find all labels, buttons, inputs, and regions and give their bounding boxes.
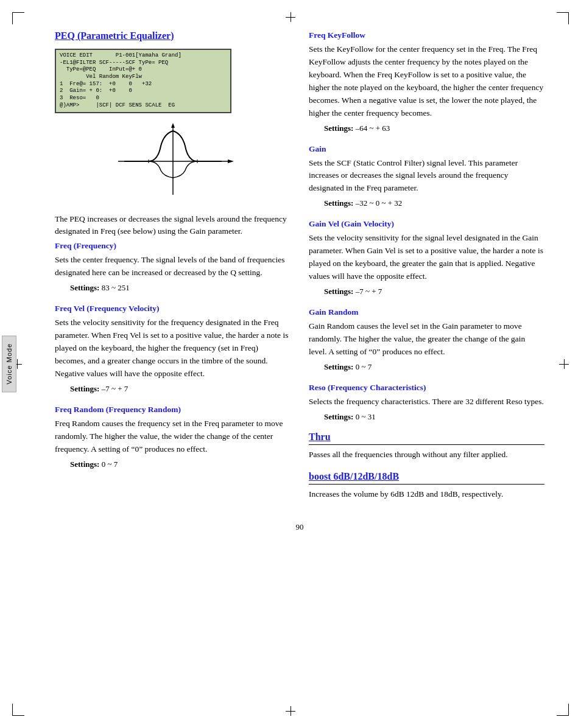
freq-keyfollow-heading: Freq KeyFollow <box>309 30 544 40</box>
gain-random-settings-value: 0 ~ 7 <box>356 362 372 371</box>
gain-vel-settings: Settings: –7 ~ + 7 <box>324 287 544 296</box>
left-column: PEQ (Parametric Equalizer) VOICE EDIT P1… <box>55 30 290 504</box>
freq-keyfollow-settings: Settings: –64 ~ + 63 <box>324 124 544 133</box>
corner-mark-br <box>557 704 569 716</box>
gain-settings-value: –32 ~ 0 ~ + 32 <box>356 198 403 208</box>
gain-random-body: Gain Random causes the level set in the … <box>309 320 544 359</box>
lcd-screen: VOICE EDIT P1-001[Yamaha Grand] -EL1@FIL… <box>55 49 231 113</box>
lcd-row-8: @)AMP> |SCF| DCF SENS SCALE EG <box>60 102 227 110</box>
page-container: Voice Mode PEQ (Parametric Equalizer) VO… <box>0 0 581 728</box>
gain-random-settings: Settings: 0 ~ 7 <box>324 362 544 372</box>
section-title-peq: PEQ (Parametric Equalizer) <box>55 30 290 41</box>
gain-vel-heading: Gain Vel (Gain Velocity) <box>309 219 544 229</box>
freq-vel-settings: Settings: –7 ~ + 7 <box>70 384 290 394</box>
thru-body: Passes all the frequencies through witho… <box>309 449 544 461</box>
reso-body: Selects the frequency characteristics. T… <box>309 396 544 408</box>
lcd-row-7: 3 Reso= 0 <box>60 95 227 102</box>
boost-heading: boost 6dB/12dB/18dB <box>309 471 544 482</box>
freq-vel-settings-value: –7 ~ + 7 <box>102 384 129 393</box>
thru-heading: Thru <box>309 432 544 443</box>
lcd-row-6: 2 Gain= + 0: +0 0 <box>60 88 227 95</box>
right-column: Freq KeyFollow Sets the KeyFollow for th… <box>309 30 544 504</box>
freq-random-body: Freq Random causes the frequency set in … <box>55 418 290 456</box>
gain-body: Sets the SCF (Static Control Filter) sig… <box>309 157 544 195</box>
lcd-row-4: Vel Random KeyFlw <box>60 74 227 81</box>
gain-heading: Gain <box>309 144 544 154</box>
freq-settings-label: Settings: <box>70 283 99 292</box>
lcd-row-2: -EL1@FILTER SCF-----SCF TyPe= PEQ <box>60 60 227 67</box>
freq-random-heading: Freq Random (Frequency Random) <box>55 405 290 415</box>
lcd-row-5: 1 Fre@= 157: +0 0 +32 <box>60 81 227 88</box>
crosshair-bottom <box>286 706 295 716</box>
side-tab-label: Voice Mode <box>2 335 16 392</box>
reso-settings: Settings: 0 ~ 31 <box>324 412 544 422</box>
gain-vel-body: Sets the velocity sensitivity for the si… <box>309 232 544 283</box>
side-tab-container: Voice Mode <box>0 0 18 728</box>
freq-vel-body: Sets the velocity sensitivity for the fr… <box>55 317 290 380</box>
freq-settings-value: 83 ~ 251 <box>102 283 130 292</box>
page-number: 90 <box>55 522 544 532</box>
lcd-row-3: TyPe=@PEQ InPut=@+ 0 <box>60 66 227 74</box>
boost-body: Increases the volume by 6dB 12dB and 18d… <box>309 488 544 501</box>
gain-settings: Settings: –32 ~ 0 ~ + 32 <box>324 198 544 208</box>
freq-keyfollow-body: Sets the KeyFollow for the center freque… <box>309 43 544 120</box>
thru-divider <box>309 444 544 445</box>
freq-keyfollow-settings-label: Settings: <box>324 124 353 133</box>
crosshair-right <box>559 359 569 369</box>
freq-vel-heading: Freq Vel (Frequency Velocity) <box>55 304 290 313</box>
lcd-row-1: VOICE EDIT P1-001[Yamaha Grand] <box>60 52 227 60</box>
svg-marker-3 <box>171 123 175 128</box>
gain-settings-label: Settings: <box>324 198 353 208</box>
reso-heading: Reso (Frequency Characteristics) <box>309 383 544 393</box>
svg-marker-2 <box>228 159 234 163</box>
crosshair-top <box>286 12 295 22</box>
gain-vel-settings-label: Settings: <box>324 287 353 296</box>
freq-settings: Settings: 83 ~ 251 <box>70 283 290 293</box>
freq-random-settings: Settings: 0 ~ 7 <box>70 460 290 469</box>
freq-heading: Freq (Frequency) <box>55 241 290 251</box>
freq-random-settings-label: Settings: <box>70 460 99 469</box>
reso-settings-label: Settings: <box>324 412 353 421</box>
gain-random-heading: Gain Random <box>309 307 544 317</box>
content-layout: PEQ (Parametric Equalizer) VOICE EDIT P1… <box>55 30 544 504</box>
freq-body: Sets the center frequency. The signal le… <box>55 254 290 279</box>
peq-diagram <box>106 122 240 201</box>
freq-random-settings-value: 0 ~ 7 <box>102 460 118 469</box>
peq-intro-text: The PEQ increases or decreases the signa… <box>55 213 290 239</box>
freq-keyfollow-settings-value: –64 ~ + 63 <box>356 124 390 133</box>
gain-random-settings-label: Settings: <box>324 362 353 371</box>
corner-mark-tr <box>557 12 569 24</box>
freq-vel-settings-label: Settings: <box>70 384 99 393</box>
boost-divider <box>309 484 544 485</box>
gain-vel-settings-value: –7 ~ + 7 <box>356 287 382 296</box>
reso-settings-value: 0 ~ 31 <box>356 412 376 421</box>
